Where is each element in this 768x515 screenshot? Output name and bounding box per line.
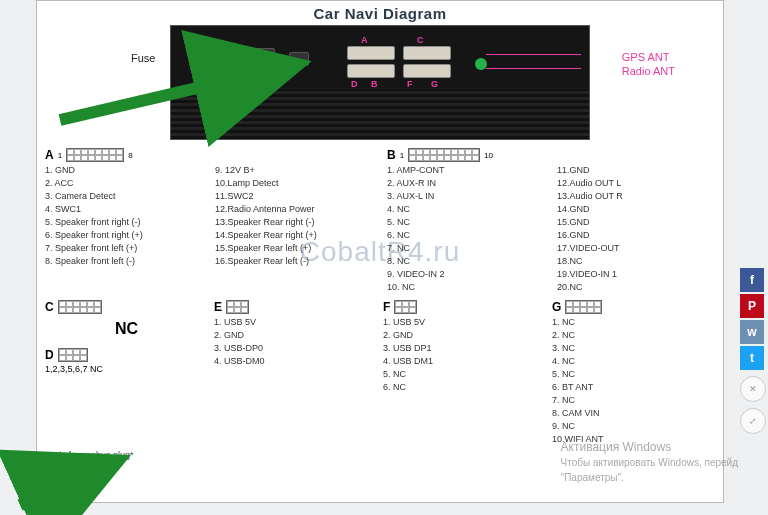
pin-entry: 8. CAM VIN [552,407,715,420]
pin-entry: 9. 12V B+ [215,164,375,177]
connector-f-section: F 1. USB 5V2. GND3. USB DP14. USB DM15. … [383,298,546,446]
pin-entry: 20.NC [557,281,717,294]
connector-c-section: C NC D 1,2,3,5,6,7 NC [45,298,208,446]
pinlist-e: 1. USB 5V2. GND3. USB-DP04. USB-DM0 [214,316,377,368]
pin-entry: 12.Radio Antenna Power [215,203,375,216]
pin-entry: 3. NC [552,342,715,355]
share-bar: f P w t ✕ ⤢ [740,268,766,434]
pin-entry: 6. NC [387,229,547,242]
connector-b-section: B 1 10 1. AMP-CONT2. AUX-R IN3. AUX-L IN… [387,146,717,294]
pin-entry: 7. NC [387,242,547,255]
pinlist-a: 1. GND2. ACC3. Camera Detect4. SWC15. Sp… [45,164,375,268]
pin-entry: 5. NC [552,368,715,381]
pinbox-c [58,300,102,314]
pin-entry: 18.NC [557,255,717,268]
pin-entry: 15.Speaker Rear left (+) [215,242,375,255]
pin-entry: 10.Lamp Detect [215,177,375,190]
pin-entry: 4. USB DM1 [383,355,546,368]
pin-entry: 10. NC [387,281,547,294]
pin-entry: 4. NC [387,203,547,216]
page-title: Car Navi Diagram [37,5,723,22]
pin-entry: 11.GND [557,164,717,177]
pin-entry: 13.Speaker Rear right (-) [215,216,375,229]
expand-icon[interactable]: ⤢ [740,408,766,434]
pin-entry: 12.Audio OUT L [557,177,717,190]
pin-entry: 9. NC [552,420,715,433]
pinlist-g: 1. NC2. NC3. NC4. NC5. NC6. BT ANT7. NC8… [552,316,715,446]
pin-entry: 9. VIDEO-IN 2 [387,268,547,281]
pin-entry: 8. NC [387,255,547,268]
antenna-labels: GPS ANT Radio ANT [622,50,675,78]
pinbox-a [66,148,124,162]
pin-entry: 14.GND [557,203,717,216]
share-vk[interactable]: w [740,320,764,344]
pinbox-e [226,300,249,314]
pin-entry: 2. GND [214,329,377,342]
pinlist-f: 1. USB 5V2. GND3. USB DP14. USB DM15. NC… [383,316,546,394]
pin-entry: 6. BT ANT [552,381,715,394]
connector-block: A C D B F G [347,46,457,80]
pin-entry: 6. Speaker front right (+) [45,229,205,242]
head-unit-photo: Fuse A C D B F G GPS ANT Radio ANT [170,25,590,140]
pin-entry: 5. Speaker front right (-) [45,216,205,229]
pin-entry: 16.Speaker Rear left (-) [215,255,375,268]
pin-entry: 4. NC [552,355,715,368]
pin-entry: 2. AUX-R IN [387,177,547,190]
pinbox-d [58,348,88,362]
pin-entry: 3. USB DP1 [383,342,546,355]
pinbox-b [408,148,480,162]
pin-entry: 17.VIDEO-OUT [557,242,717,255]
pin-entry: 7. Speaker front left (+) [45,242,205,255]
pin-entry: 3. Camera Detect [45,190,205,203]
pin-entry: 16.GND [557,229,717,242]
close-icon[interactable]: ✕ [740,376,766,402]
windows-activation-overlay: Активация Windows Чтобы активировать Win… [561,440,738,485]
connector-g-section: G 1. NC2. NC3. NC4. NC5. NC6. BT ANT7. N… [552,298,715,446]
pin-entry: 3. AUX-L IN [387,190,547,203]
mini-slot [289,52,309,66]
fuse-slot [237,48,275,70]
pin-entry: 15.GND [557,216,717,229]
pin-entry: 2. ACC [45,177,205,190]
pin-entry: 11.SWC2 [215,190,375,203]
pin-entry: 19.VIDEO-IN 1 [557,268,717,281]
pin-entry: 4. USB-DM0 [214,355,377,368]
pin-entry: 1. USB 5V [214,316,377,329]
diagram-frame: Car Navi Diagram Fuse A C D B F G GPS AN… [36,0,724,503]
pin-entry: 5. NC [383,368,546,381]
pin-entry: 1. NC [552,316,715,329]
share-pinterest[interactable]: P [740,294,764,318]
pin-entry: 6. NC [383,381,546,394]
fuse-label: Fuse [131,52,155,64]
pinlist-b: 1. AMP-CONT2. AUX-R IN3. AUX-L IN4. NC5.… [387,164,717,294]
pin-entry: 2. NC [552,329,715,342]
pinbox-g [565,300,602,314]
pin-entry: 4. SWC1 [45,203,205,216]
pin-entry: 3. USB-DP0 [214,342,377,355]
pin-entry: 13.Audio OUT R [557,190,717,203]
pinbox-f [394,300,417,314]
share-facebook[interactable]: f [740,268,764,292]
connector-a-section: A 1 8 1. GND2. ACC3. Camera Detect4. SWC… [45,146,375,294]
pin-entry: 14.Speaker Rear right (+) [215,229,375,242]
pin-entry: 8. Speaker front left (-) [45,255,205,268]
pin-entry: 1. USB 5V [383,316,546,329]
pin-entry: 5. NC [387,216,547,229]
pin-entry: 1. GND [45,164,205,177]
connector-e-section: E 1. USB 5V2. GND3. USB-DP04. USB-DM0 [214,298,377,446]
pin-entry: 1. AMP-CONT [387,164,547,177]
share-twitter[interactable]: t [740,346,764,370]
pin-entry: 2. GND [383,329,546,342]
pin-entry: 7. NC [552,394,715,407]
